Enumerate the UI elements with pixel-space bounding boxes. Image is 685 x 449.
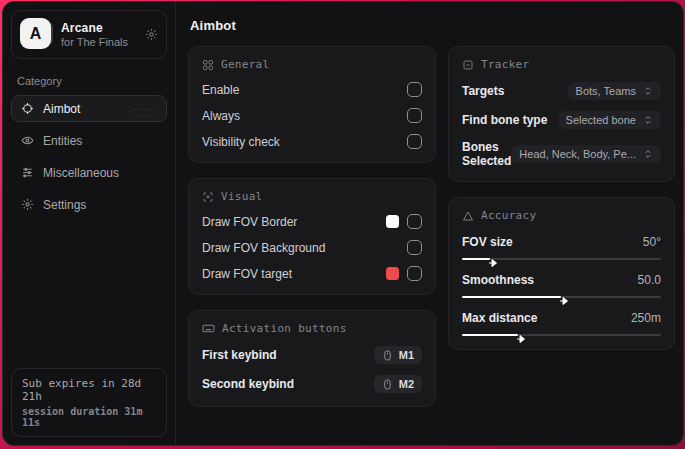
eye-icon (21, 134, 34, 147)
brand-subtitle: for The Finals (61, 36, 137, 48)
fov-target-checkbox[interactable] (407, 266, 422, 281)
setting-row-targets: Targets Bots, Teams (462, 82, 661, 100)
mouse-icon (382, 350, 393, 361)
find-bone-type-dropdown[interactable]: Selected bone (558, 111, 661, 129)
card-title: Activation buttons (222, 322, 347, 335)
targets-dropdown[interactable]: Bots, Teams (568, 82, 661, 100)
triangle-icon (462, 210, 474, 222)
arcane-logo: A (20, 18, 53, 51)
sidebar-item-miscellaneous[interactable]: Miscellaneous (11, 159, 167, 186)
setting-label: Draw FOV Background (202, 241, 325, 255)
setting-row-fov-target: Draw FOV target (202, 266, 422, 281)
keybind-value: M1 (399, 349, 414, 361)
card-title: Accuracy (481, 209, 536, 222)
keybind-value: M2 (399, 378, 414, 390)
setting-row-visibility-check: Visibility check (202, 134, 422, 149)
brand-text: Arcane for The Finals (61, 21, 137, 48)
brand-name: Arcane (61, 21, 137, 35)
bones-selected-dropdown[interactable]: Head, Neck, Body, Pe... (511, 145, 661, 163)
setting-row-fov-size: FOV size 50° (462, 235, 661, 260)
crosshair-icon (21, 102, 34, 115)
max-distance-slider[interactable] (462, 334, 661, 336)
always-checkbox[interactable] (407, 108, 422, 123)
sliders-icon (21, 166, 34, 179)
session-duration-text: session duration 31m 11s (22, 406, 156, 428)
max-distance-value: 250m (631, 311, 661, 325)
main-panel: Aimbot General Enable (176, 2, 683, 445)
active-item-ghost (130, 109, 156, 117)
setting-label: Draw FOV Border (202, 215, 297, 229)
activation-buttons-card: Activation buttons First keybind M1 (188, 310, 436, 407)
chevrons-up-down-icon (643, 149, 653, 159)
visibility-check-checkbox[interactable] (407, 134, 422, 149)
setting-row-first-keybind: First keybind M1 (202, 346, 422, 364)
setting-row-max-distance: Max distance 250m (462, 311, 661, 336)
dropdown-value: Bots, Teams (576, 85, 636, 97)
fov-size-slider[interactable] (462, 258, 661, 260)
sidebar: A Arcane for The Finals Category (3, 2, 176, 445)
fov-border-checkbox[interactable] (407, 214, 422, 229)
logo-letter: A (20, 18, 51, 49)
setting-row-always: Always (202, 108, 422, 123)
sidebar-item-label: Settings (43, 198, 86, 212)
second-keybind-button[interactable]: M2 (374, 375, 422, 393)
first-keybind-button[interactable]: M1 (374, 346, 422, 364)
grid-icon (202, 59, 214, 71)
gear-icon[interactable] (145, 28, 158, 41)
fov-size-value: 50° (643, 235, 661, 249)
setting-label: Targets (462, 84, 504, 98)
subscription-status: Sub expires in 28d 21h session duration … (11, 368, 167, 437)
general-card: General Enable Always Visibility check (188, 46, 436, 163)
slider-thumb[interactable] (559, 292, 569, 302)
enable-checkbox[interactable] (407, 82, 422, 97)
fov-background-checkbox[interactable] (407, 240, 422, 255)
slider-thumb[interactable] (488, 254, 498, 264)
setting-row-second-keybind: Second keybind M2 (202, 375, 422, 393)
sub-expires-text: Sub expires in 28d 21h (22, 377, 156, 403)
setting-row-fov-background: Draw FOV Background (202, 240, 422, 255)
accuracy-card: Accuracy FOV size 50° (448, 197, 675, 350)
setting-row-enable: Enable (202, 82, 422, 97)
sidebar-item-label: Miscellaneous (43, 166, 119, 180)
setting-row-smoothness: Smoothness 50.0 (462, 273, 661, 298)
chevrons-up-down-icon (643, 86, 653, 96)
setting-row-find-bone-type: Find bone type Selected bone (462, 111, 661, 129)
fov-border-color-swatch[interactable] (386, 215, 399, 228)
mouse-icon (382, 379, 393, 390)
fov-target-color-swatch[interactable] (386, 267, 399, 280)
card-title: General (221, 58, 269, 71)
gear-icon (21, 198, 34, 211)
slider-thumb[interactable] (516, 330, 526, 340)
tracker-box-icon (462, 59, 474, 71)
sidebar-item-entities[interactable]: Entities (11, 127, 167, 154)
card-title: Visual (221, 190, 263, 203)
smoothness-value: 50.0 (638, 273, 661, 287)
setting-label: FOV size (462, 235, 513, 249)
sidebar-item-label: Aimbot (43, 102, 80, 116)
dropdown-value: Selected bone (566, 114, 636, 126)
setting-label: Bones Selected (462, 140, 511, 168)
sidebar-item-label: Entities (43, 134, 82, 148)
card-title: Tracker (481, 58, 529, 71)
sidebar-nav: Aimbot Entities Miscellaneous (3, 95, 175, 218)
chevrons-up-down-icon (643, 115, 653, 125)
setting-row-bones-selected: Bones Selected Head, Neck, Body, Pe... (462, 140, 661, 168)
app-window: A Arcane for The Finals Category (2, 1, 684, 446)
dropdown-value: Head, Neck, Body, Pe... (519, 148, 636, 160)
sidebar-item-aimbot[interactable]: Aimbot (11, 95, 167, 122)
setting-label: Second keybind (202, 377, 294, 391)
setting-label: Draw FOV target (202, 267, 292, 281)
tracker-card: Tracker Targets Bots, Teams (448, 46, 675, 182)
sidebar-item-settings[interactable]: Settings (11, 191, 167, 218)
setting-label: Always (202, 109, 240, 123)
setting-label: Max distance (462, 311, 537, 325)
setting-label: First keybind (202, 348, 277, 362)
setting-row-fov-border: Draw FOV Border (202, 214, 422, 229)
smoothness-slider[interactable] (462, 296, 661, 298)
visual-card: Visual Draw FOV Border Draw FOV Backgrou… (188, 178, 436, 295)
setting-label: Enable (202, 83, 239, 97)
brand-card: A Arcane for The Finals (11, 10, 167, 59)
page-title: Aimbot (190, 18, 671, 33)
category-label: Category (17, 75, 175, 87)
setting-label: Smoothness (462, 273, 534, 287)
